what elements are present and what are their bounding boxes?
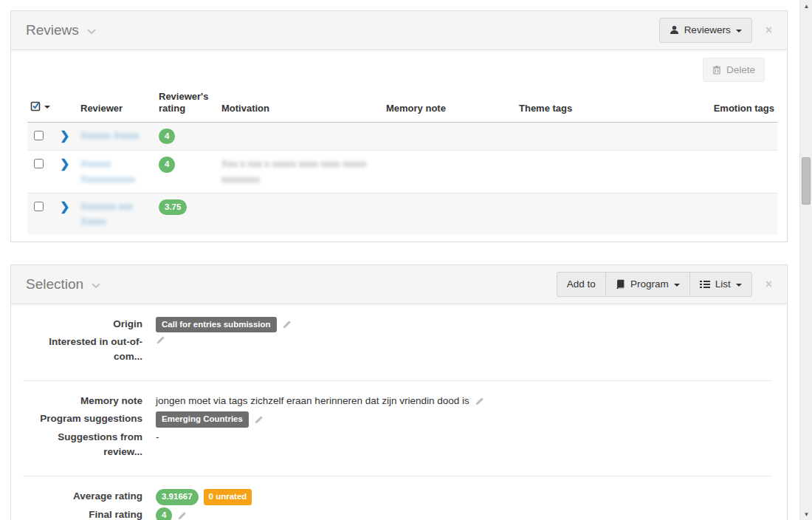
list-dropdown-button[interactable]: List xyxy=(689,272,752,297)
reviews-panel-title: Reviews xyxy=(26,22,97,38)
reviews-panel-header: Reviews Reviewers × xyxy=(11,11,787,50)
review-row: ❯ Xxxxxx Xxxxx 4 xyxy=(27,122,777,151)
edit-icon[interactable] xyxy=(282,320,292,329)
motivation-redacted: Xxx x xxx x xxxxx xxxx xxxx xxxxx xyxy=(221,157,380,171)
selection-panel-body: Origin Call for entries submission Inter… xyxy=(11,304,787,520)
rating-badge: 4 xyxy=(159,157,175,173)
reviews-panel: Reviews Reviewers × xyxy=(10,10,788,242)
caret-down-icon xyxy=(736,30,742,32)
chevron-down-icon[interactable] xyxy=(91,282,101,289)
rating-badge: 3.75 xyxy=(159,199,187,216)
row-checkbox[interactable] xyxy=(34,202,44,211)
reviewers-dropdown-button[interactable]: Reviewers xyxy=(659,18,752,43)
checkbox-dropdown-icon[interactable] xyxy=(30,100,50,112)
selection-title-text: Selection xyxy=(26,276,83,292)
program-suggestions-label: Program suggestions xyxy=(23,411,142,426)
program-button-label: Program xyxy=(630,278,669,291)
interested-label: Interested in out-of-com... xyxy=(23,335,142,363)
reviewers-button-label: Reviewers xyxy=(684,24,731,37)
list-icon xyxy=(700,280,710,289)
edit-icon[interactable] xyxy=(177,511,187,520)
final-rating-badge: 4 xyxy=(156,507,172,520)
motivation-column-header: Motivation xyxy=(219,86,383,122)
unrated-badge: 0 unrated xyxy=(204,489,252,505)
final-rating-label: Final rating xyxy=(23,507,142,520)
reviewer-name-redacted[interactable]: Xxxxxx Xxxxx xyxy=(80,129,153,143)
origin-label: Origin xyxy=(23,317,142,332)
selection-panel-header: Selection Add to Program xyxy=(11,265,787,304)
emotion-column-header: Emotion tags xyxy=(627,86,777,122)
delete-button-label: Delete xyxy=(726,64,755,77)
edit-icon[interactable] xyxy=(156,335,165,345)
rating-column-header: Reviewer's rating xyxy=(156,86,219,122)
reviewer-name-redacted[interactable]: Xxxxxxx xxx xyxy=(80,199,153,214)
expand-row-icon[interactable]: ❯ xyxy=(60,130,69,142)
add-to-button[interactable]: Add to xyxy=(557,272,606,297)
program-dropdown-button[interactable]: Program xyxy=(605,272,690,297)
edit-icon[interactable] xyxy=(475,397,484,406)
page-content: Reviews Reviewers × xyxy=(10,0,788,520)
scrollbar-thumb[interactable] xyxy=(802,157,811,205)
program-suggestion-badge: Emerging Countries xyxy=(156,411,249,428)
row-checkbox[interactable] xyxy=(34,131,44,140)
memory-note-value: jongen moet via tags zichzelf eraan heri… xyxy=(156,394,469,408)
trash-icon xyxy=(712,65,721,75)
expand-row-icon[interactable]: ❯ xyxy=(60,201,69,213)
chevron-down-icon[interactable] xyxy=(86,28,97,35)
theme-column-header: Theme tags xyxy=(516,86,627,122)
close-icon[interactable]: × xyxy=(765,278,772,290)
memory-note-field: Memory note jongen moet via tags zichzel… xyxy=(23,394,772,409)
reviews-title-text: Reviews xyxy=(26,22,79,38)
origin-value-badge: Call for entries submission xyxy=(156,317,277,333)
interested-field: Interested in out-of-com... xyxy=(23,335,772,363)
memory-note-label: Memory note xyxy=(23,394,142,408)
suggestions-reviewers-value: - xyxy=(156,430,159,445)
rating-field-group: Average rating 3.91667 0 unrated Final r… xyxy=(23,476,772,520)
user-icon xyxy=(670,25,679,35)
memory-column-header: Memory note xyxy=(383,86,516,122)
list-button-label: List xyxy=(715,278,731,291)
review-row: ❯ Xxxxxxx xxx Xxxxx 3.75 xyxy=(27,193,777,235)
close-icon[interactable]: × xyxy=(765,24,772,36)
average-rating-field: Average rating 3.91667 0 unrated xyxy=(23,489,772,505)
suggestions-reviewers-label: Suggestions from review... xyxy=(23,430,142,459)
program-suggestions-field: Program suggestions Emerging Countries xyxy=(23,411,772,428)
table-header-row: Reviewer Reviewer's rating Motivation Me… xyxy=(27,86,777,122)
vertical-scrollbar[interactable]: ▲ ▼ xyxy=(799,0,812,520)
expand-column-header xyxy=(57,86,78,122)
notes-field-group: Memory note jongen moet via tags zichzel… xyxy=(23,381,772,476)
reviewer-column-header: Reviewer xyxy=(78,86,156,122)
edit-icon[interactable] xyxy=(254,415,264,425)
origin-field-group: Origin Call for entries submission Inter… xyxy=(23,304,772,382)
expand-row-icon[interactable]: ❯ xyxy=(60,158,69,170)
rating-badge: 4 xyxy=(159,129,175,145)
suggestions-reviewers-field: Suggestions from review... - xyxy=(23,430,772,459)
final-rating-field: Final rating 4 xyxy=(23,507,772,520)
row-checkbox[interactable] xyxy=(34,159,44,168)
book-icon xyxy=(616,279,625,289)
caret-down-icon xyxy=(736,284,742,287)
delete-button[interactable]: Delete xyxy=(703,58,765,83)
select-all-header[interactable] xyxy=(27,86,57,122)
review-row: ❯ Xxxxxx Xxxxxxxxxxx 4 Xxx x xxx x xxxxx… xyxy=(27,151,777,193)
reviews-panel-body: Delete xyxy=(11,50,787,242)
reviews-table: Reviewer Reviewer's rating Motivation Me… xyxy=(27,86,777,235)
caret-down-icon xyxy=(674,284,680,287)
reviewer-name-redacted[interactable]: Xxxxxx xyxy=(80,157,153,171)
average-rating-badge: 3.91667 xyxy=(156,489,199,505)
add-to-button-label: Add to xyxy=(567,278,596,291)
add-to-button-group: Add to Program List xyxy=(557,272,752,297)
origin-field: Origin Call for entries submission xyxy=(23,317,772,333)
scrollbar-up-arrow-icon[interactable]: ▲ xyxy=(800,0,812,12)
selection-panel-title: Selection xyxy=(26,276,101,292)
average-rating-label: Average rating xyxy=(23,489,142,504)
selection-panel: Selection Add to Program xyxy=(10,264,788,520)
scrollbar-down-arrow-icon[interactable]: ▼ xyxy=(800,508,812,520)
